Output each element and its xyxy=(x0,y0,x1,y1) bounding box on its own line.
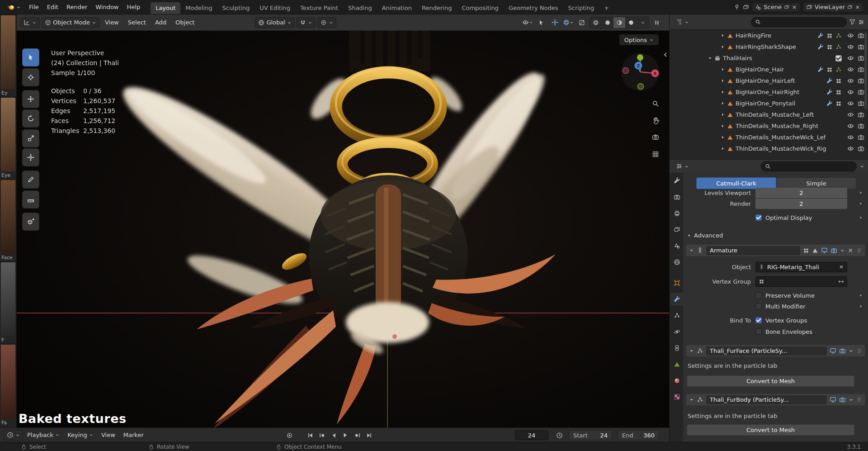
tab-geometry-nodes[interactable]: Geometry Nodes xyxy=(504,2,563,14)
options-dropdown[interactable]: Options xyxy=(619,34,659,45)
outliner-row[interactable]: BigHairOne_HairLeft xyxy=(670,75,868,86)
drag-handle-icon[interactable] xyxy=(856,348,862,354)
menu-timeline-view[interactable]: View xyxy=(97,430,119,441)
tab-particles[interactable] xyxy=(670,309,683,322)
modifier-icon[interactable] xyxy=(826,78,833,84)
tab-physics[interactable] xyxy=(670,325,683,338)
new-scene-icon[interactable] xyxy=(784,5,789,10)
render-levels-field[interactable]: 2 xyxy=(755,199,847,209)
menu-object[interactable]: Object xyxy=(172,17,198,28)
outliner-row[interactable]: ThinDetails_Mustache_Right xyxy=(670,120,868,132)
viewport-3d[interactable]: User Perspective (24) Collection | Thali… xyxy=(17,31,669,427)
blender-menu-button[interactable] xyxy=(3,0,25,14)
hide-eye-toggle[interactable] xyxy=(847,66,854,73)
preserve-volume-checkbox[interactable] xyxy=(755,292,762,299)
realtime-display-toggle[interactable] xyxy=(830,396,836,403)
hide-eye-toggle[interactable] xyxy=(847,145,854,152)
menu-add[interactable]: Add xyxy=(151,17,170,28)
tab-sculpting[interactable]: Sculpting xyxy=(217,2,255,14)
modifier-icon[interactable] xyxy=(817,44,824,50)
tab-world[interactable] xyxy=(670,256,683,268)
advanced-panel-toggle[interactable]: Advanced xyxy=(683,230,868,241)
expand-icon[interactable] xyxy=(720,44,725,49)
modifier-icon[interactable] xyxy=(817,33,824,39)
image-panel[interactable]: Fa xyxy=(0,344,16,426)
menu-render[interactable]: Render xyxy=(62,0,91,14)
menu-edit[interactable]: Edit xyxy=(43,0,62,14)
scene-selector[interactable]: Scene xyxy=(752,2,800,12)
expand-icon[interactable] xyxy=(720,33,725,38)
decorator-dot[interactable] xyxy=(860,294,862,296)
tab-material[interactable] xyxy=(670,374,683,387)
jump-to-end-button[interactable] xyxy=(363,430,374,441)
vertex-group-icon[interactable] xyxy=(826,44,833,50)
pan-button[interactable] xyxy=(649,114,662,127)
auto-keyframe-toggle[interactable] xyxy=(284,430,295,441)
image-panel[interactable]: F xyxy=(0,261,16,344)
expand-icon[interactable] xyxy=(720,78,725,83)
close-icon[interactable] xyxy=(792,5,797,10)
render-display-toggle[interactable] xyxy=(839,396,846,403)
tab-output[interactable] xyxy=(670,207,683,219)
modifier-name-field[interactable]: Thali_FurFace (ParticleSy... xyxy=(706,347,827,356)
decorator-dot[interactable] xyxy=(860,305,862,307)
expand-icon[interactable] xyxy=(720,90,725,95)
close-icon[interactable] xyxy=(855,5,860,10)
expand-icon[interactable] xyxy=(720,123,725,128)
menu-keying[interactable]: Keying xyxy=(63,430,97,441)
gizmo-x-label[interactable]: X xyxy=(654,71,657,76)
image-panel[interactable]: Face xyxy=(0,179,16,261)
show-overlays-toggle[interactable] xyxy=(562,17,574,28)
modifier-icon[interactable] xyxy=(826,89,833,95)
realtime-display-toggle[interactable] xyxy=(821,247,828,254)
shading-options-dropdown[interactable] xyxy=(637,17,649,28)
outliner-row[interactable]: HairRingFire xyxy=(670,30,868,41)
tab-shading[interactable]: Shading xyxy=(343,2,377,14)
filter-settings-icon[interactable] xyxy=(858,19,864,25)
decorator-dot[interactable] xyxy=(860,192,862,194)
bone-envelopes-checkbox[interactable] xyxy=(755,328,762,335)
tab-scene[interactable] xyxy=(670,239,683,252)
close-icon[interactable] xyxy=(848,247,854,253)
tab-modifiers[interactable] xyxy=(670,293,683,305)
shading-material-button[interactable] xyxy=(613,17,625,28)
vertex-group-icon[interactable] xyxy=(835,89,842,95)
outliner-row[interactable]: ThinDetails_MustacheWick_Rig xyxy=(670,143,868,154)
tool-select-box[interactable] xyxy=(22,48,39,66)
shading-rendered-button[interactable] xyxy=(625,17,637,28)
tab-render[interactable] xyxy=(670,190,683,203)
tab-texture[interactable] xyxy=(670,390,683,403)
drag-handle-icon[interactable] xyxy=(856,247,862,253)
vertex-group-field[interactable] xyxy=(755,276,847,287)
render-visibility-toggle[interactable] xyxy=(858,55,864,62)
visibility-dropdown[interactable] xyxy=(522,17,533,28)
render-visibility-toggle[interactable] xyxy=(858,66,864,73)
hide-eye-toggle[interactable] xyxy=(847,77,854,84)
collapse-icon[interactable] xyxy=(689,397,694,402)
play-button[interactable] xyxy=(340,430,351,441)
collapse-icon[interactable] xyxy=(708,56,712,61)
viewlayer-selector[interactable]: ViewLayer xyxy=(803,2,863,12)
shading-solid-button[interactable] xyxy=(602,17,613,28)
collapse-icon[interactable] xyxy=(689,348,694,353)
render-visibility-toggle[interactable] xyxy=(858,43,864,50)
vertex-group-icon[interactable] xyxy=(835,100,842,107)
expand-icon[interactable] xyxy=(720,112,725,117)
filter-icon[interactable] xyxy=(849,19,856,25)
convert-to-mesh-button[interactable]: Convert to Mesh xyxy=(687,375,854,387)
menu-help[interactable]: Help xyxy=(123,0,145,14)
timeline-editor-type-button[interactable] xyxy=(4,430,23,441)
tab-uv-editing[interactable]: UV Editing xyxy=(255,2,295,14)
use-preview-range-toggle[interactable] xyxy=(556,428,563,442)
tool-scale[interactable] xyxy=(22,129,39,147)
extras-dropdown-icon[interactable] xyxy=(849,348,854,353)
tool-annotate[interactable] xyxy=(22,171,39,189)
hide-eye-toggle[interactable] xyxy=(847,55,854,62)
modifier-icon[interactable] xyxy=(826,100,833,107)
convert-to-mesh-button[interactable]: Convert to Mesh xyxy=(687,424,854,436)
transform-orientation-dropdown[interactable]: Global xyxy=(255,17,294,28)
menu-file[interactable]: File xyxy=(25,0,43,14)
tab-modeling[interactable]: Modeling xyxy=(180,2,217,14)
render-display-toggle[interactable] xyxy=(839,347,846,354)
decorator-dot[interactable] xyxy=(860,217,862,218)
